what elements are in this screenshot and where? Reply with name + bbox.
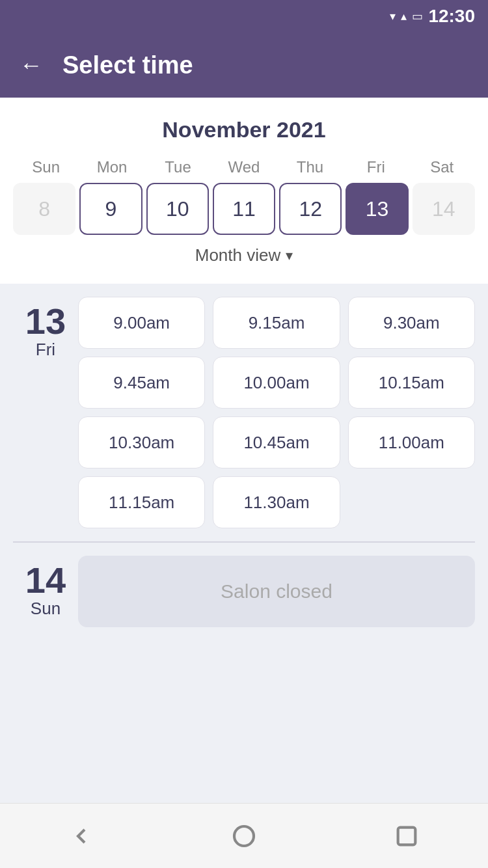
day-cell-14: 14 (413, 183, 475, 235)
day-header-mon: Mon (79, 158, 144, 176)
time-slot-1000[interactable]: 10.00am (213, 357, 340, 409)
status-time: 12:30 (428, 6, 475, 27)
day-number-13: 13 (25, 303, 66, 340)
nav-bar (0, 803, 488, 868)
time-slot-1130[interactable]: 11.30am (213, 476, 340, 528)
time-slot-1115[interactable]: 11.15am (78, 476, 205, 528)
month-view-toggle[interactable]: Month view ▾ (13, 235, 475, 271)
day-cell-10[interactable]: 10 (146, 183, 209, 235)
time-slot-1045[interactable]: 10.45am (213, 416, 340, 468)
slots-grid-13: 9.00am 9.15am 9.30am 9.45am 10.00am 10.1… (78, 297, 475, 528)
back-button[interactable]: ← (20, 53, 43, 77)
home-circle-icon (231, 823, 257, 849)
salon-closed-message: Salon closed (78, 556, 475, 627)
day-label-14: 14 Sun (13, 556, 78, 619)
day-number-14: 14 (25, 562, 66, 599)
time-slot-930[interactable]: 9.30am (348, 297, 475, 349)
day-header-wed: Wed (211, 158, 277, 176)
svg-rect-1 (398, 827, 416, 845)
back-nav-icon (68, 823, 94, 849)
day-cell-13[interactable]: 13 (346, 183, 408, 235)
day-name-14: Sun (31, 599, 61, 619)
time-slot-1030[interactable]: 10.30am (78, 416, 205, 468)
day-header-sat: Sat (409, 158, 475, 176)
time-slots-section: 13 Fri 9.00am 9.15am 9.30am 9.45am 10.00… (0, 284, 488, 803)
time-slot-900[interactable]: 9.00am (78, 297, 205, 349)
month-view-label: Month view (195, 245, 281, 265)
nav-back-button[interactable] (68, 823, 94, 849)
battery-icon: ▭ (412, 9, 423, 23)
day-divider (13, 541, 475, 543)
day-block-14: 14 Sun Salon closed (13, 556, 475, 627)
page-title: Select time (62, 51, 193, 79)
wifi-icon: ▾ (390, 9, 396, 23)
day-header-fri: Fri (343, 158, 409, 176)
day-cell-12[interactable]: 12 (279, 183, 342, 235)
time-slot-915[interactable]: 9.15am (213, 297, 340, 349)
time-slot-945[interactable]: 9.45am (78, 357, 205, 409)
header: ← Select time (0, 33, 488, 98)
day-label-13: 13 Fri (13, 297, 78, 360)
time-slot-1100[interactable]: 11.00am (348, 416, 475, 468)
svg-point-0 (234, 826, 254, 846)
recents-square-icon (394, 823, 420, 849)
nav-home-button[interactable] (231, 823, 257, 849)
signal-icon: ▴ (401, 9, 407, 23)
day-cells-row: 8 9 10 11 12 13 14 (13, 183, 475, 235)
day-cell-11[interactable]: 11 (213, 183, 275, 235)
day-name-13: Fri (36, 340, 55, 360)
time-slot-1015[interactable]: 10.15am (348, 357, 475, 409)
nav-recents-button[interactable] (394, 823, 420, 849)
day-header-thu: Thu (277, 158, 343, 176)
day-header-tue: Tue (145, 158, 211, 176)
day-headers-row: Sun Mon Tue Wed Thu Fri Sat (13, 158, 475, 176)
month-year-label: November 2021 (13, 117, 475, 142)
day-block-13: 13 Fri 9.00am 9.15am 9.30am 9.45am 10.00… (13, 297, 475, 528)
day-cell-8: 8 (13, 183, 75, 235)
calendar-section: November 2021 Sun Mon Tue Wed Thu Fri Sa… (0, 98, 488, 284)
day-cell-9[interactable]: 9 (79, 183, 142, 235)
chevron-down-icon: ▾ (286, 247, 293, 264)
status-bar: ▾ ▴ ▭ 12:30 (0, 0, 488, 33)
day-header-sun: Sun (13, 158, 79, 176)
